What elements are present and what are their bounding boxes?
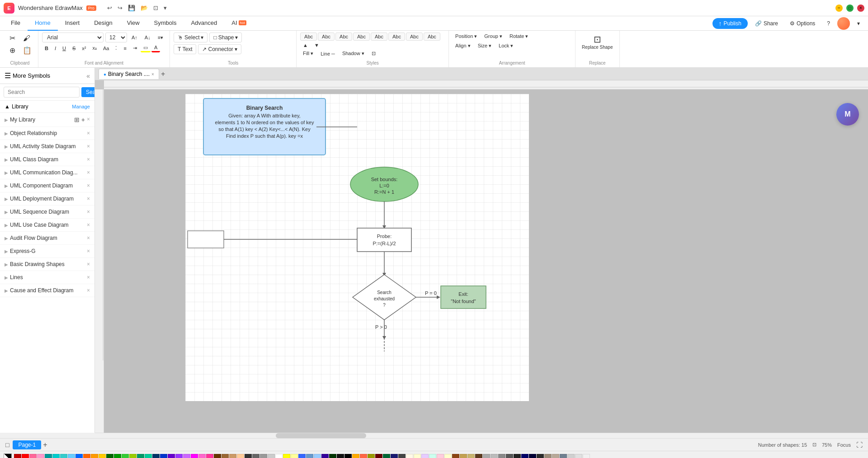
- publish-button[interactable]: ↑ Publish: [712, 18, 748, 29]
- my-library-add-button[interactable]: +: [81, 116, 85, 123]
- my-library-close-button[interactable]: ×: [87, 116, 90, 123]
- fill-button[interactable]: Fill ▾: [300, 50, 316, 57]
- swatch-darkgreen[interactable]: [329, 454, 336, 458]
- uml-class-close[interactable]: ×: [87, 156, 90, 163]
- swatch-sand[interactable]: [460, 454, 467, 458]
- connector-button[interactable]: ↗ Connector ▾: [198, 44, 241, 54]
- swatch-white[interactable]: [275, 454, 283, 458]
- numbered-list-button[interactable]: ≡: [121, 45, 129, 52]
- swatch-teal[interactable]: [45, 454, 52, 458]
- menu-advanced[interactable]: Advanced: [184, 16, 224, 31]
- swatch-grey2[interactable]: [260, 454, 267, 458]
- close-button[interactable]: ×: [857, 5, 864, 12]
- swatch-black[interactable]: [344, 454, 352, 458]
- help-button[interactable]: ?: [822, 19, 835, 28]
- swatch-grey6[interactable]: [506, 454, 513, 458]
- swatch-blue2[interactable]: [298, 454, 306, 458]
- text-color-button[interactable]: A: [151, 44, 160, 52]
- swatch-red[interactable]: [22, 454, 29, 458]
- swatch-navy[interactable]: [152, 454, 160, 458]
- style-pill-5[interactable]: Abc: [371, 33, 387, 41]
- options-button[interactable]: ⚙ Options: [785, 19, 820, 28]
- bullet-list-button[interactable]: ⁚: [113, 44, 120, 52]
- swatch-taupe[interactable]: [552, 454, 559, 458]
- swatch-orange[interactable]: [83, 454, 90, 458]
- more-button[interactable]: ▾: [162, 4, 169, 12]
- swatch-peach[interactable]: [237, 454, 244, 458]
- sidebar-collapse-button[interactable]: «: [86, 72, 90, 79]
- scrollbar-thumb-h[interactable]: [276, 433, 366, 438]
- copy-button[interactable]: ⊕: [5, 45, 19, 57]
- style-pill-3[interactable]: Abc: [335, 33, 352, 41]
- swatch-cyan2[interactable]: [60, 454, 67, 458]
- swatch-brown2[interactable]: [222, 454, 229, 458]
- sidebar-item-uml-component[interactable]: ▶ UML Component Diagram ×: [0, 179, 94, 192]
- text-button[interactable]: T Text: [174, 44, 196, 54]
- shadow-button[interactable]: Shadow ▾: [340, 50, 367, 57]
- subscript-button[interactable]: x₂: [90, 44, 99, 52]
- sidebar-item-cause-effect[interactable]: ▶ Cause and Effect Diagram ×: [0, 284, 94, 297]
- sidebar-item-uml-communication[interactable]: ▶ UML Communication Diag... ×: [0, 166, 94, 179]
- swatch-brown[interactable]: [214, 454, 221, 458]
- replace-shape-button[interactable]: ⊡ Replace Shape: [579, 33, 615, 51]
- line-button[interactable]: Line ─: [318, 50, 338, 57]
- position-button[interactable]: Position ▾: [453, 33, 480, 40]
- menu-insert[interactable]: Insert: [58, 16, 87, 31]
- add-document-tab-button[interactable]: +: [161, 70, 165, 78]
- open-button[interactable]: 📂: [139, 4, 150, 12]
- swatch-cyan[interactable]: [52, 454, 60, 458]
- swatch-grey8[interactable]: [567, 454, 575, 458]
- text-format-button[interactable]: Aa: [100, 45, 112, 52]
- swatch-navy2[interactable]: [160, 454, 167, 458]
- styles-collapse-button[interactable]: ▼: [311, 42, 322, 49]
- italic-button[interactable]: I: [52, 45, 59, 52]
- swatch-pink[interactable]: [29, 454, 37, 458]
- style-pill-7[interactable]: Abc: [406, 33, 423, 41]
- uml-component-close[interactable]: ×: [87, 182, 90, 189]
- canvas-area[interactable]: ● Binary Search .... × +: [95, 68, 868, 433]
- white-canvas[interactable]: Binary Search Given: array A With attrib…: [185, 94, 529, 401]
- swatch-green[interactable]: [114, 454, 121, 458]
- style-pill-8[interactable]: Abc: [424, 33, 440, 41]
- swatch-darkblue[interactable]: [521, 454, 528, 458]
- sidebar-item-lines[interactable]: ▶ Lines ×: [0, 271, 94, 284]
- swatch-warmwhite[interactable]: [406, 454, 413, 458]
- underline-button[interactable]: U: [60, 45, 69, 52]
- save-button[interactable]: 💾: [126, 4, 137, 12]
- share-action-button[interactable]: 🔗 Share: [750, 19, 783, 28]
- uml-sequence-close[interactable]: ×: [87, 209, 90, 215]
- horizontal-scrollbar[interactable]: [95, 433, 868, 438]
- cause-effect-close[interactable]: ×: [87, 287, 90, 294]
- style-pill-1[interactable]: Abc: [300, 33, 317, 41]
- sidebar-item-object-relationship[interactable]: ▶ Object Relationship ×: [0, 127, 94, 140]
- swatch-brown3[interactable]: [452, 454, 459, 458]
- add-page-button[interactable]: □: [4, 441, 11, 449]
- swatch-mintgreen[interactable]: [429, 454, 436, 458]
- rotate-button[interactable]: Rotate ▾: [507, 33, 531, 40]
- swatch-pink3[interactable]: [198, 454, 206, 458]
- swatch-yellow[interactable]: [283, 454, 290, 458]
- sidebar-item-my-library[interactable]: ▶ My Library ⊞ + ×: [0, 113, 94, 127]
- cut-button[interactable]: ✂: [5, 33, 19, 45]
- menu-symbols[interactable]: Symbols: [147, 16, 184, 31]
- menu-view[interactable]: View: [120, 16, 147, 31]
- swatch-offwhite[interactable]: [583, 454, 590, 458]
- basic-drawing-close[interactable]: ×: [87, 261, 90, 267]
- swatch-lightyellow[interactable]: [444, 454, 452, 458]
- swatch-green2[interactable]: [122, 454, 129, 458]
- menu-design[interactable]: Design: [87, 16, 119, 31]
- swatch-silver[interactable]: [268, 454, 275, 458]
- redo-button[interactable]: ↪: [116, 4, 124, 12]
- sidebar-item-express-g[interactable]: ▶ Express-G ×: [0, 245, 94, 258]
- style-pill-6[interactable]: Abc: [388, 33, 405, 41]
- lines-close[interactable]: ×: [87, 274, 90, 280]
- add-new-page-button[interactable]: +: [43, 441, 47, 449]
- swatch-grey7[interactable]: [514, 454, 521, 458]
- swatch-grey[interactable]: [252, 454, 259, 458]
- uml-deployment-close[interactable]: ×: [87, 196, 90, 202]
- sidebar-item-uml-class[interactable]: ▶ UML Class Diagram ×: [0, 153, 94, 166]
- font-decrease-button[interactable]: A↓: [142, 34, 153, 41]
- swatch-grey4[interactable]: [491, 454, 498, 458]
- sidebar-item-uml-usecase[interactable]: ▶ UML Use Case Diagram ×: [0, 219, 94, 232]
- foreground-color[interactable]: [4, 453, 12, 458]
